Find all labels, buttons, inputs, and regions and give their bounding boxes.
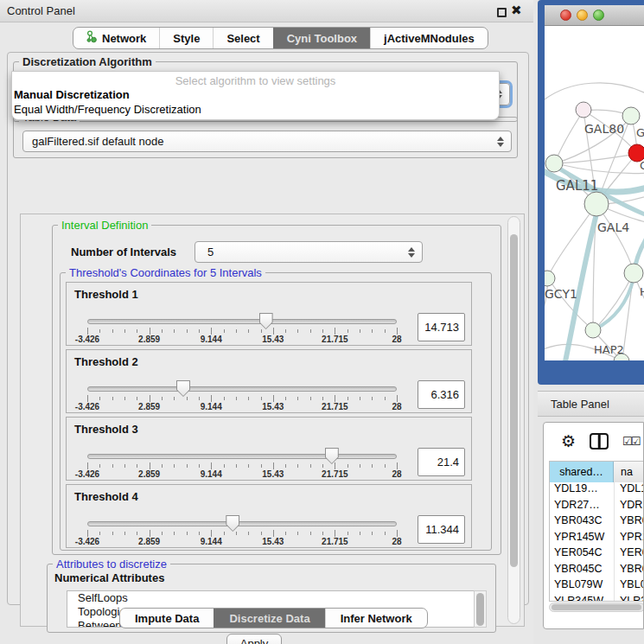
settings-scrollbar[interactable] <box>507 216 520 624</box>
node-label: H <box>640 285 644 298</box>
tab-jactivemnodules[interactable]: jActiveMNodules <box>370 28 488 48</box>
node-label: C <box>640 159 644 172</box>
float-window-icon[interactable] <box>497 8 507 17</box>
slider-ticks <box>67 462 430 469</box>
table-row[interactable]: YBR043CYBR0 <box>550 514 644 531</box>
cyni-toolbox-content: Discretization Algorithm Table Data galF… <box>7 52 529 605</box>
cell-name[interactable]: YDR2 <box>614 499 644 515</box>
cell-name[interactable]: YPR1 <box>614 531 644 547</box>
top-tab-bar: NetworkStyleSelectCyni ToolboxjActiveMNo… <box>73 27 488 49</box>
popup-option-manual[interactable]: Manual Discretization <box>12 87 499 102</box>
minimize-traffic-light-icon[interactable] <box>577 10 588 21</box>
cell-name[interactable]: YLR3 <box>614 595 644 603</box>
tab-select[interactable]: Select <box>213 28 272 48</box>
tab-network[interactable]: Network <box>73 28 159 48</box>
threshold-value-field[interactable]: 21.4 <box>418 448 465 476</box>
column-header-name[interactable]: na <box>614 462 644 482</box>
table-row[interactable]: YPR145WYPR1 <box>550 531 644 547</box>
checkbox-icon[interactable]: ☑☑ <box>622 435 639 448</box>
cell-shared-name[interactable]: YBL079W <box>550 578 614 595</box>
network-canvas[interactable]: GAL80GACGAL11GAL4GCY1HHAP2 <box>545 26 644 360</box>
tab-label: Select <box>226 32 259 45</box>
zoom-traffic-light-icon[interactable] <box>593 10 604 21</box>
cell-shared-name[interactable]: YBR045C <box>550 563 614 579</box>
tick-label: 15.43 <box>262 402 284 411</box>
popup-option-equal-width[interactable]: Equal Width/Frequency Discretization <box>12 102 499 117</box>
tick-label: 28 <box>392 469 401 479</box>
network-node[interactable] <box>545 271 555 286</box>
network-view-window[interactable]: GAL80GACGAL11GAL4GCY1HHAP2 <box>538 0 644 385</box>
tick-label: 28 <box>392 402 401 411</box>
threshold-value-field[interactable]: 14.713 <box>418 313 465 341</box>
table-hscrollbar[interactable] <box>549 603 644 612</box>
tick-label: 2.859 <box>138 335 160 344</box>
tab-infer-network[interactable]: Infer Network <box>325 609 427 628</box>
tab-discretize-data[interactable]: Discretize Data <box>214 609 324 628</box>
tick-label: 2.859 <box>138 402 160 411</box>
network-edge[interactable] <box>545 83 644 104</box>
num-intervals-combo[interactable]: 5 <box>194 241 423 263</box>
threshold-label: Threshold 1 <box>74 288 138 301</box>
combo-arrows-icon <box>408 247 415 258</box>
cell-shared-name[interactable]: YBR043C <box>550 514 614 531</box>
list-item[interactable]: SelfLoops <box>67 591 474 605</box>
table-row[interactable]: YDL19…YDL1 <box>550 482 644 499</box>
network-edge[interactable] <box>548 278 592 329</box>
numerical-attributes-label: Numerical Attributes <box>54 571 164 584</box>
threshold-panel: Threshold 4 -3.4262.8599.14415.4321.7152… <box>66 484 472 548</box>
column-header-shared-name[interactable]: shared… <box>550 462 614 482</box>
table-row[interactable]: YBL079WYBL0 <box>550 578 644 595</box>
gear-icon[interactable]: ⚙ <box>561 433 576 450</box>
network-node[interactable] <box>576 102 591 118</box>
cell-shared-name[interactable]: YDR27… <box>550 499 614 515</box>
interval-group: Interval Definition Number of Intervals … <box>52 225 501 555</box>
tab-label: jActiveMNodules <box>384 32 475 45</box>
network-edge[interactable] <box>555 111 583 163</box>
table-row[interactable]: YER054CYER0 <box>550 546 644 563</box>
screen: Control Panel ✖ NetworkStyleSelectCyni T… <box>0 0 644 644</box>
cell-name[interactable]: YBR0 <box>614 563 644 579</box>
table-data-group: Table Data galFiltered.sif default node <box>13 117 518 158</box>
table-row[interactable]: YLR345WYLR3 <box>550 595 644 603</box>
tab-label: Style <box>173 32 200 45</box>
network-node[interactable] <box>545 155 563 172</box>
threshold-value-field[interactable]: 6.316 <box>418 380 465 409</box>
close-icon[interactable]: ✖ <box>511 3 522 18</box>
tick-label: -3.426 <box>75 469 99 479</box>
network-thick-edge[interactable] <box>595 278 634 329</box>
tab-style[interactable]: Style <box>159 28 213 48</box>
num-intervals-label: Number of Intervals <box>71 245 176 258</box>
table-toolbar: ⚙ ☑☑ <box>544 423 644 459</box>
table-row[interactable]: YBR045CYBR0 <box>550 563 644 579</box>
tick-label: 15.43 <box>262 335 284 344</box>
network-node[interactable] <box>584 192 609 216</box>
column-browser-icon[interactable] <box>590 433 609 450</box>
cell-shared-name[interactable]: YPR145W <box>550 531 614 547</box>
combo-arrows-icon <box>497 137 504 147</box>
table-row[interactable]: YDR27…YDR2 <box>550 499 644 515</box>
apply-button[interactable]: Apply <box>226 634 282 644</box>
threshold-slider[interactable] <box>87 521 397 526</box>
cell-name[interactable]: YER0 <box>614 546 644 563</box>
table-data-combo[interactable]: galFiltered.sif default node <box>22 131 512 152</box>
threshold-slider[interactable] <box>87 319 397 324</box>
node-label: GAL80 <box>584 122 624 136</box>
tab-cyni-toolbox[interactable]: Cyni Toolbox <box>273 28 370 48</box>
cell-name[interactable]: YBL0 <box>614 578 644 595</box>
cell-shared-name[interactable]: YER054C <box>550 546 614 563</box>
cell-name[interactable]: YBR0 <box>614 514 644 531</box>
tick-label: -3.426 <box>75 335 99 344</box>
cell-shared-name[interactable]: YDL19… <box>550 482 614 499</box>
tab-impute-data[interactable]: Impute Data <box>120 609 214 628</box>
threshold-slider[interactable] <box>87 386 397 392</box>
network-node[interactable] <box>624 264 643 283</box>
close-traffic-light-icon[interactable] <box>560 10 571 21</box>
threshold-slider[interactable] <box>87 454 397 459</box>
cell-shared-name[interactable]: YLR345W <box>550 595 614 603</box>
threshold-value-field[interactable]: 11.344 <box>418 515 465 544</box>
network-node[interactable] <box>622 107 640 124</box>
cell-name[interactable]: YDL1 <box>614 482 644 499</box>
threshold-label: Threshold 4 <box>74 490 138 503</box>
attribute-list-scrollbar[interactable] <box>474 590 487 628</box>
network-node[interactable] <box>585 322 601 338</box>
